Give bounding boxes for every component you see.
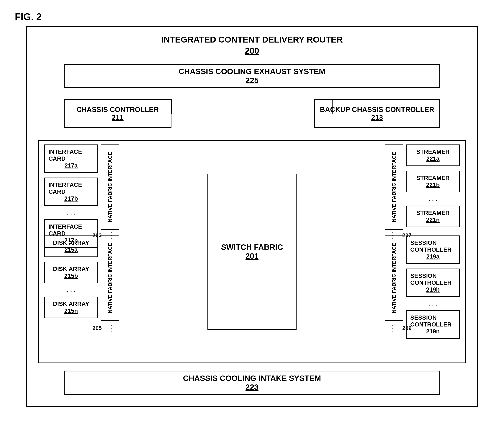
nfi-203-label: NATIVE FABRIC INTERFACE	[107, 152, 113, 222]
nfi-205-box: NATIVE FABRIC INTERFACE	[101, 235, 119, 321]
sc-219a-label: SESSION CONTROLLER	[410, 239, 456, 253]
ic-217n-label: INTERFACE CARD	[48, 223, 94, 237]
nfi-209-label: NATIVE FABRIC INTERFACE	[391, 243, 397, 313]
ic-dots: · · ·	[44, 211, 98, 217]
streamer-221n-label: STREAMER	[416, 209, 450, 216]
sc-219b-ref: 219b	[426, 286, 440, 293]
da-215b-label: DISK ARRAY	[53, 266, 89, 272]
conn-cc-to-bcc-h	[172, 114, 261, 114]
streamer-221n-ref: 221n	[426, 216, 440, 223]
nfi-205-label: NATIVE FABRIC INTERFACE	[107, 243, 113, 313]
ic-217b-ref: 217b	[64, 195, 78, 202]
cooling-intake-ref: 223	[245, 383, 259, 392]
da-215n-label: DISK ARRAY	[53, 301, 89, 307]
streamer-221n: STREAMER 221n	[406, 206, 460, 227]
streamer-221a-ref: 221a	[426, 155, 439, 162]
nfi-209-box: NATIVE FABRIC INTERFACE	[385, 235, 403, 321]
streamer-221a-label: STREAMER	[416, 148, 450, 155]
session-controllers-group: SESSION CONTROLLER 219a SESSION CONTROLL…	[406, 235, 460, 343]
streamer-221b: STREAMER 221b	[406, 171, 460, 192]
nfi209-dots: · · ·	[390, 325, 396, 332]
backup-chassis-controller-box: BACKUP CHASSIS CONTROLLER 213	[314, 99, 440, 128]
backup-chassis-controller-ref: 213	[371, 114, 383, 122]
da-215a-label: DISK ARRAY	[53, 239, 89, 246]
nfi207-dots: · · ·	[390, 232, 396, 239]
outer-container: INTEGRATED CONTENT DELIVERY ROUTER 200 C…	[26, 26, 478, 407]
da-215n-ref: 215n	[64, 307, 78, 314]
chassis-controller-label: CHASSIS CONTROLLER	[77, 106, 159, 114]
ic-217a-ref: 217a	[64, 162, 78, 169]
router-title: INTEGRATED CONTENT DELIVERY ROUTER 200	[27, 27, 477, 56]
main-area: INTERFACE CARD 217a INTERFACE CARD 217b …	[38, 140, 466, 363]
da-215a-ref: 215a	[64, 246, 78, 253]
sc-219n-label: SESSION CONTROLLER	[410, 314, 456, 328]
router-ref: 200	[27, 45, 477, 56]
cooling-intake-box: CHASSIS COOLING INTAKE SYSTEM 223	[64, 371, 440, 395]
ic-217a-label: INTERFACE CARD	[48, 148, 94, 162]
streamer-221a: STREAMER 221a	[406, 144, 460, 166]
disk-array-215a: DISK ARRAY 215a	[44, 235, 98, 257]
chassis-controller-ref: 211	[112, 114, 123, 122]
conn-bcc-to-main	[386, 128, 386, 141]
nfi-203-ref: 203	[92, 232, 102, 239]
router-title-text: INTEGRATED CONTENT DELIVERY ROUTER	[27, 34, 477, 45]
disk-array-215b: DISK ARRAY 215b	[44, 262, 98, 283]
nfi-203-box: NATIVE FABRIC INTERFACE	[101, 144, 119, 230]
switch-fabric-box: SWITCH FABRIC 201	[208, 174, 296, 330]
switch-fabric-label: SWITCH FABRIC	[221, 243, 283, 252]
cooling-exhaust-label: CHASSIS COOLING EXHAUST SYSTEM	[179, 67, 325, 76]
sc-219a-ref: 219a	[426, 253, 439, 260]
interface-card-217b: INTERFACE CARD 217b	[44, 178, 98, 206]
nfi205-dots: · · ·	[108, 325, 114, 332]
streamers-group: STREAMER 221a STREAMER 221b · · · STREAM…	[406, 144, 460, 232]
nfi-207-label: NATIVE FABRIC INTERFACE	[391, 152, 397, 222]
conn-bcc-left-v	[332, 99, 332, 114]
da-dots: · · ·	[44, 288, 98, 295]
disk-arrays-group: DISK ARRAY 215a DISK ARRAY 215b · · · DI…	[44, 235, 98, 323]
sc-219b-label: SESSION CONTROLLER	[410, 272, 456, 286]
cooling-exhaust-ref: 225	[245, 76, 259, 85]
disk-array-215n: DISK ARRAY 215n	[44, 297, 98, 318]
interface-card-217a: INTERFACE CARD 217a	[44, 144, 98, 173]
streamer-dots: · · ·	[406, 197, 460, 204]
nfi-207-box: NATIVE FABRIC INTERFACE	[385, 144, 403, 230]
nfi203-dots: · · ·	[108, 232, 114, 239]
session-controller-219b: SESSION CONTROLLER 219b	[406, 268, 460, 297]
cooling-intake-label: CHASSIS COOLING INTAKE SYSTEM	[183, 374, 321, 383]
session-controller-219a: SESSION CONTROLLER 219a	[406, 235, 460, 264]
switch-fabric-ref: 201	[245, 252, 259, 260]
streamer-221b-label: STREAMER	[416, 175, 450, 181]
da-215b-ref: 215b	[64, 272, 78, 279]
conn-exhaust-to-cc	[118, 88, 118, 99]
streamer-221b-ref: 221b	[426, 181, 440, 188]
nfi-205-ref: 205	[92, 325, 102, 331]
conn-exhaust-to-bcc	[386, 88, 386, 99]
sc-dots: · · ·	[406, 302, 460, 308]
ic-217b-label: INTERFACE CARD	[48, 181, 94, 195]
fig-label: FIG. 2	[15, 11, 42, 22]
conn-cc-to-main	[118, 128, 118, 141]
conn-cc-right-v	[172, 99, 172, 114]
session-controller-219n: SESSION CONTROLLER 219n	[406, 310, 460, 339]
backup-chassis-controller-label: BACKUP CHASSIS CONTROLLER	[320, 106, 434, 114]
chassis-controller-box: CHASSIS CONTROLLER 211	[64, 99, 172, 128]
sc-219n-ref: 219n	[426, 328, 440, 335]
cooling-exhaust-box: CHASSIS COOLING EXHAUST SYSTEM 225	[64, 64, 440, 88]
